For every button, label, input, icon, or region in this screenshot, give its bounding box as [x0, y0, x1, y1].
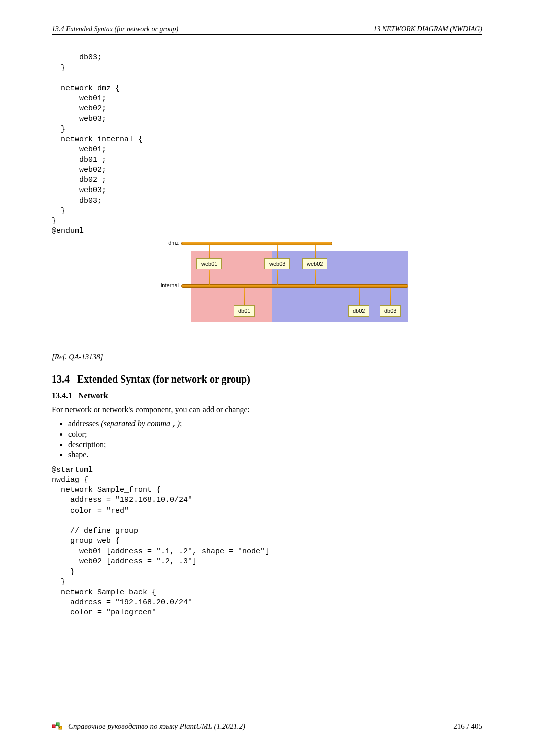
footer-title: Справочное руководство по языку PlantUML…: [68, 722, 245, 731]
section-heading: 13.4 Extended Syntax (for network or gro…: [52, 373, 482, 385]
network-diagram: dmz internal web01 web03 web02 db01 db02: [126, 242, 408, 333]
plantuml-logo-icon: [52, 722, 64, 731]
node-web02: web02: [302, 258, 327, 269]
intro-text: For network or network's component, you …: [52, 405, 482, 414]
bullet-list: addresses (separated by comma ,); color;…: [68, 419, 482, 459]
subsection-number: 13.4.1: [52, 391, 72, 400]
page-footer: Справочное руководство по языку PlantUML…: [52, 722, 482, 731]
diagram-wrap: dmz internal web01 web03 web02 db01 db02: [52, 242, 482, 333]
bullet-text: addresses: [68, 419, 101, 428]
node-db01: db01: [234, 305, 255, 317]
bullet-comma: ,: [172, 420, 177, 429]
node-web01: web01: [196, 258, 222, 269]
vline: [315, 270, 316, 285]
section-number: 13.4: [52, 373, 70, 385]
internal-bar: [181, 284, 408, 288]
header-right: 13 NETWORK DIAGRAM (NWDIAG): [373, 25, 482, 33]
header-left: 13.4 Extended Syntax (for network or gro…: [52, 25, 178, 33]
internal-label: internal: [154, 282, 179, 288]
subsection-heading: 13.4.1 Network: [52, 391, 482, 400]
list-item: shape.: [68, 450, 482, 459]
footer-page-number: 216 / 405: [453, 722, 482, 731]
dmz-bar: [181, 242, 332, 245]
list-item: description;: [68, 440, 482, 449]
vline: [209, 270, 210, 285]
vline: [209, 245, 210, 258]
vline: [390, 288, 391, 305]
code-block-1: db03; } network dmz { web01; web02; web0…: [52, 53, 482, 237]
bullet-semi: ;: [180, 419, 182, 428]
list-item: addresses (separated by comma ,);: [68, 419, 482, 429]
dmz-label: dmz: [154, 240, 179, 246]
svg-rect-1: [56, 723, 59, 726]
vline: [244, 288, 245, 305]
vline: [315, 245, 316, 258]
svg-rect-2: [59, 726, 62, 729]
node-db03: db03: [380, 305, 401, 317]
running-header: 13.4 Extended Syntax (for network or gro…: [52, 25, 482, 35]
subsection-title: Network: [78, 391, 108, 400]
page: 13.4 Extended Syntax (for network or gro…: [0, 0, 534, 756]
vline: [277, 270, 278, 285]
footer-left: Справочное руководство по языку PlantUML…: [52, 722, 245, 731]
vline: [359, 288, 360, 305]
section-title: Extended Syntax (for network or group): [77, 373, 250, 385]
code-block-2: @startuml nwdiag { network Sample_front …: [52, 465, 482, 618]
reference-link: [Ref. QA-13138]: [52, 353, 482, 361]
bullet-text-italic: (separated by comma: [101, 419, 172, 428]
node-web03: web03: [264, 258, 290, 269]
list-item: color;: [68, 430, 482, 439]
vline: [277, 245, 278, 258]
node-db02: db02: [348, 305, 369, 317]
